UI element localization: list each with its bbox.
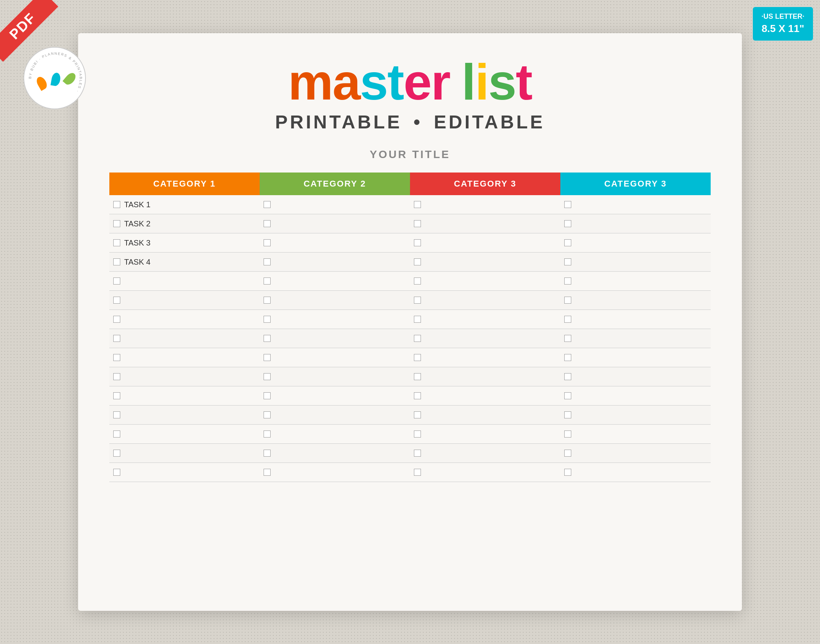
cell-r11-c3[interactable] [560, 406, 711, 425]
checkbox-r9-c1[interactable] [264, 373, 271, 380]
checkbox-r14-c1[interactable] [264, 469, 271, 476]
checkbox-r14-c2[interactable] [414, 469, 421, 476]
cell-r13-c1[interactable] [260, 444, 410, 463]
cell-r14-c0[interactable] [109, 463, 260, 482]
checkbox-r13-c1[interactable] [264, 450, 271, 457]
checkbox-r4-c0[interactable] [113, 278, 120, 285]
checkbox-r6-c0[interactable] [113, 316, 120, 323]
checkbox-r1-c1[interactable] [264, 220, 271, 227]
cell-r12-c3[interactable] [560, 425, 711, 444]
cell-r7-c2[interactable] [410, 329, 560, 348]
cell-r8-c0[interactable] [109, 348, 260, 367]
checkbox-r0-c1[interactable] [264, 201, 271, 208]
checkbox-r7-c3[interactable] [564, 335, 571, 342]
checkbox-r12-c1[interactable] [264, 431, 271, 438]
checkbox-r14-c0[interactable] [113, 469, 120, 476]
checkbox-r7-c2[interactable] [414, 335, 421, 342]
cell-r9-c1[interactable] [260, 367, 410, 386]
cell-r4-c2[interactable] [410, 272, 560, 291]
cell-r14-c1[interactable] [260, 463, 410, 482]
cell-r7-c1[interactable] [260, 329, 410, 348]
cell-r3-c2[interactable] [410, 253, 560, 272]
cell-r6-c2[interactable] [410, 310, 560, 329]
cell-r9-c2[interactable] [410, 367, 560, 386]
checkbox-r12-c0[interactable] [113, 431, 120, 438]
checkbox-r3-c3[interactable] [564, 258, 571, 265]
checkbox-r11-c1[interactable] [264, 411, 271, 418]
cell-r7-c0[interactable] [109, 329, 260, 348]
checkbox-r2-c2[interactable] [414, 239, 421, 246]
cell-r2-c0[interactable]: TASK 3 [109, 233, 260, 253]
checkbox-r4-c1[interactable] [264, 278, 271, 285]
checkbox-r1-c2[interactable] [414, 220, 421, 227]
checkbox-r13-c2[interactable] [414, 450, 421, 457]
cell-r7-c3[interactable] [560, 329, 711, 348]
checkbox-r6-c3[interactable] [564, 316, 571, 323]
cell-r14-c3[interactable] [560, 463, 711, 482]
checkbox-r9-c2[interactable] [414, 373, 421, 380]
cell-r1-c0[interactable]: TASK 2 [109, 214, 260, 233]
checkbox-r3-c2[interactable] [414, 258, 421, 265]
cell-r2-c1[interactable] [260, 233, 410, 253]
checkbox-r3-c1[interactable] [264, 258, 271, 265]
checkbox-r4-c3[interactable] [564, 278, 571, 285]
checkbox-r10-c1[interactable] [264, 392, 271, 399]
checkbox-r5-c3[interactable] [564, 297, 571, 304]
cell-r4-c0[interactable] [109, 272, 260, 291]
checkbox-r8-c3[interactable] [564, 354, 571, 361]
checkbox-r10-c0[interactable] [113, 392, 120, 399]
cell-r2-c2[interactable] [410, 233, 560, 253]
checkbox-r7-c0[interactable] [113, 335, 120, 342]
checkbox-r6-c2[interactable] [414, 316, 421, 323]
checkbox-r0-c2[interactable] [414, 201, 421, 208]
cell-r6-c0[interactable] [109, 310, 260, 329]
cell-r5-c2[interactable] [410, 291, 560, 310]
checkbox-r12-c2[interactable] [414, 431, 421, 438]
cell-r5-c0[interactable] [109, 291, 260, 310]
cell-r12-c2[interactable] [410, 425, 560, 444]
cell-r11-c2[interactable] [410, 406, 560, 425]
checkbox-r11-c2[interactable] [414, 411, 421, 418]
cell-r1-c3[interactable] [560, 214, 711, 233]
cell-r0-c1[interactable] [260, 195, 410, 214]
checkbox-r9-c3[interactable] [564, 373, 571, 380]
checkbox-r2-c1[interactable] [264, 239, 271, 246]
cell-r3-c1[interactable] [260, 253, 410, 272]
checkbox-r5-c1[interactable] [264, 297, 271, 304]
cell-r9-c3[interactable] [560, 367, 711, 386]
cell-r5-c1[interactable] [260, 291, 410, 310]
cell-r6-c1[interactable] [260, 310, 410, 329]
checkbox-r4-c2[interactable] [414, 278, 421, 285]
checkbox-r13-c3[interactable] [564, 450, 571, 457]
checkbox-r0-c0[interactable] [113, 201, 120, 208]
cell-r5-c3[interactable] [560, 291, 711, 310]
checkbox-r10-c2[interactable] [414, 392, 421, 399]
checkbox-r12-c3[interactable] [564, 431, 571, 438]
checkbox-r7-c1[interactable] [264, 335, 271, 342]
cell-r3-c0[interactable]: TASK 4 [109, 253, 260, 272]
cell-r4-c1[interactable] [260, 272, 410, 291]
cell-r0-c3[interactable] [560, 195, 711, 214]
cell-r9-c0[interactable] [109, 367, 260, 386]
cell-r12-c0[interactable] [109, 425, 260, 444]
cell-r10-c1[interactable] [260, 386, 410, 406]
cell-r13-c2[interactable] [410, 444, 560, 463]
checkbox-r2-c0[interactable] [113, 239, 120, 246]
cell-r11-c0[interactable] [109, 406, 260, 425]
checkbox-r1-c3[interactable] [564, 220, 571, 227]
cell-r8-c3[interactable] [560, 348, 711, 367]
checkbox-r0-c3[interactable] [564, 201, 571, 208]
checkbox-r3-c0[interactable] [113, 258, 120, 265]
cell-r13-c0[interactable] [109, 444, 260, 463]
checkbox-r11-c3[interactable] [564, 411, 571, 418]
cell-r3-c3[interactable] [560, 253, 711, 272]
cell-r10-c3[interactable] [560, 386, 711, 406]
cell-r6-c3[interactable] [560, 310, 711, 329]
cell-r10-c2[interactable] [410, 386, 560, 406]
checkbox-r5-c0[interactable] [113, 297, 120, 304]
checkbox-r8-c2[interactable] [414, 354, 421, 361]
cell-r10-c0[interactable] [109, 386, 260, 406]
cell-r1-c1[interactable] [260, 214, 410, 233]
checkbox-r14-c3[interactable] [564, 469, 571, 476]
cell-r1-c2[interactable] [410, 214, 560, 233]
